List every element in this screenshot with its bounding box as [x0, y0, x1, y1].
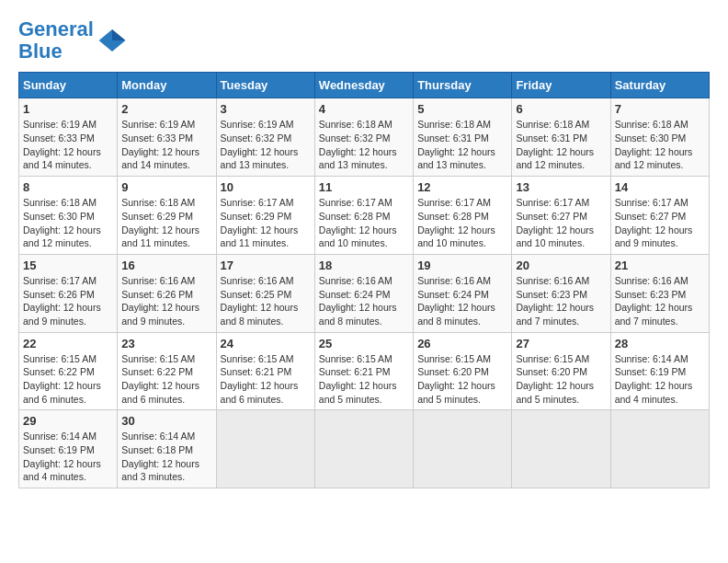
calendar-cell: 27 Sunrise: 6:15 AMSunset: 6:20 PMDaylig… — [512, 332, 610, 410]
week-row: 8 Sunrise: 6:18 AMSunset: 6:30 PMDayligh… — [19, 177, 710, 255]
day-number: 29 — [23, 414, 113, 428]
day-number: 28 — [615, 337, 705, 350]
day-info: Sunrise: 6:18 AMSunset: 6:32 PMDaylight:… — [319, 118, 409, 172]
logo-icon — [97, 26, 127, 55]
day-number: 1 — [23, 102, 113, 116]
calendar-cell — [610, 410, 709, 488]
day-info: Sunrise: 6:16 AMSunset: 6:25 PMDaylight:… — [221, 274, 311, 328]
logo: GeneralBlue — [18, 18, 127, 63]
day-info: Sunrise: 6:15 AMSunset: 6:20 PMDaylight:… — [516, 352, 606, 407]
calendar-cell: 26 Sunrise: 6:15 AMSunset: 6:20 PMDaylig… — [414, 332, 512, 410]
week-row: 29 Sunrise: 6:14 AMSunset: 6:19 PMDaylig… — [19, 410, 710, 488]
column-header-monday: Monday — [118, 73, 216, 98]
calendar-cell: 1 Sunrise: 6:19 AMSunset: 6:33 PMDayligh… — [19, 98, 118, 177]
week-row: 22 Sunrise: 6:15 AMSunset: 6:22 PMDaylig… — [19, 332, 710, 410]
calendar-cell: 30 Sunrise: 6:14 AMSunset: 6:18 PMDaylig… — [118, 410, 216, 488]
calendar-cell: 22 Sunrise: 6:15 AMSunset: 6:22 PMDaylig… — [19, 332, 118, 410]
svg-marker-1 — [112, 29, 125, 40]
day-number: 3 — [221, 102, 311, 116]
day-info: Sunrise: 6:18 AMSunset: 6:30 PMDaylight:… — [23, 196, 113, 250]
calendar-cell: 20 Sunrise: 6:16 AMSunset: 6:23 PMDaylig… — [512, 254, 610, 332]
calendar-cell: 28 Sunrise: 6:14 AMSunset: 6:19 PMDaylig… — [610, 332, 709, 410]
calendar-cell — [512, 410, 610, 488]
logo-text: GeneralBlue — [18, 18, 94, 63]
calendar-table: SundayMondayTuesdayWednesdayThursdayFrid… — [18, 72, 710, 488]
day-number: 4 — [319, 102, 409, 116]
calendar-cell: 29 Sunrise: 6:14 AMSunset: 6:19 PMDaylig… — [19, 410, 118, 488]
day-number: 24 — [221, 337, 311, 350]
calendar-body: 1 Sunrise: 6:19 AMSunset: 6:33 PMDayligh… — [19, 98, 710, 488]
day-info: Sunrise: 6:18 AMSunset: 6:29 PMDaylight:… — [121, 196, 211, 250]
week-row: 15 Sunrise: 6:17 AMSunset: 6:26 PMDaylig… — [19, 254, 710, 332]
day-info: Sunrise: 6:14 AMSunset: 6:19 PMDaylight:… — [23, 430, 113, 484]
day-info: Sunrise: 6:16 AMSunset: 6:24 PMDaylight:… — [319, 274, 409, 328]
day-info: Sunrise: 6:15 AMSunset: 6:21 PMDaylight:… — [319, 352, 409, 407]
day-info: Sunrise: 6:14 AMSunset: 6:19 PMDaylight:… — [615, 352, 705, 407]
calendar-cell: 23 Sunrise: 6:15 AMSunset: 6:22 PMDaylig… — [118, 332, 216, 410]
calendar-cell — [314, 410, 413, 488]
day-info: Sunrise: 6:19 AMSunset: 6:33 PMDaylight:… — [121, 118, 211, 172]
day-info: Sunrise: 6:17 AMSunset: 6:28 PMDaylight:… — [319, 196, 409, 250]
calendar-cell: 3 Sunrise: 6:19 AMSunset: 6:32 PMDayligh… — [216, 98, 314, 177]
day-info: Sunrise: 6:18 AMSunset: 6:30 PMDaylight:… — [615, 118, 705, 172]
day-number: 16 — [121, 259, 211, 272]
day-info: Sunrise: 6:18 AMSunset: 6:31 PMDaylight:… — [516, 118, 606, 172]
day-number: 9 — [121, 180, 211, 194]
calendar-cell: 17 Sunrise: 6:16 AMSunset: 6:25 PMDaylig… — [216, 254, 314, 332]
day-info: Sunrise: 6:19 AMSunset: 6:32 PMDaylight:… — [221, 118, 311, 172]
column-header-sunday: Sunday — [19, 73, 118, 98]
calendar-cell: 24 Sunrise: 6:15 AMSunset: 6:21 PMDaylig… — [216, 332, 314, 410]
calendar-cell: 5 Sunrise: 6:18 AMSunset: 6:31 PMDayligh… — [414, 98, 512, 177]
day-number: 7 — [615, 102, 705, 116]
day-number: 2 — [121, 102, 211, 116]
day-info: Sunrise: 6:16 AMSunset: 6:23 PMDaylight:… — [615, 274, 705, 328]
day-info: Sunrise: 6:15 AMSunset: 6:21 PMDaylight:… — [221, 352, 311, 407]
day-number: 27 — [516, 337, 606, 350]
day-number: 13 — [516, 180, 606, 194]
column-header-tuesday: Tuesday — [216, 73, 314, 98]
column-header-wednesday: Wednesday — [314, 73, 413, 98]
column-header-thursday: Thursday — [414, 73, 512, 98]
day-number: 8 — [23, 180, 113, 194]
calendar-cell: 16 Sunrise: 6:16 AMSunset: 6:26 PMDaylig… — [118, 254, 216, 332]
calendar-cell: 12 Sunrise: 6:17 AMSunset: 6:28 PMDaylig… — [414, 177, 512, 255]
calendar-cell: 2 Sunrise: 6:19 AMSunset: 6:33 PMDayligh… — [118, 98, 216, 177]
column-header-friday: Friday — [512, 73, 610, 98]
day-number: 6 — [516, 102, 606, 116]
column-header-saturday: Saturday — [610, 73, 709, 98]
day-info: Sunrise: 6:15 AMSunset: 6:22 PMDaylight:… — [23, 352, 113, 407]
day-info: Sunrise: 6:18 AMSunset: 6:31 PMDaylight:… — [417, 118, 507, 172]
calendar-cell: 14 Sunrise: 6:17 AMSunset: 6:27 PMDaylig… — [610, 177, 709, 255]
day-number: 19 — [417, 259, 507, 272]
day-info: Sunrise: 6:16 AMSunset: 6:23 PMDaylight:… — [516, 274, 606, 328]
calendar-header-row: SundayMondayTuesdayWednesdayThursdayFrid… — [19, 73, 710, 98]
day-info: Sunrise: 6:15 AMSunset: 6:22 PMDaylight:… — [121, 352, 211, 407]
day-number: 23 — [121, 337, 211, 350]
day-number: 21 — [615, 259, 705, 272]
day-info: Sunrise: 6:16 AMSunset: 6:26 PMDaylight:… — [121, 274, 211, 328]
calendar-cell — [414, 410, 512, 488]
day-number: 26 — [417, 337, 507, 350]
day-info: Sunrise: 6:17 AMSunset: 6:28 PMDaylight:… — [417, 196, 507, 250]
day-number: 17 — [221, 259, 311, 272]
week-row: 1 Sunrise: 6:19 AMSunset: 6:33 PMDayligh… — [19, 98, 710, 177]
calendar-cell: 18 Sunrise: 6:16 AMSunset: 6:24 PMDaylig… — [314, 254, 413, 332]
calendar-cell: 7 Sunrise: 6:18 AMSunset: 6:30 PMDayligh… — [610, 98, 709, 177]
day-info: Sunrise: 6:16 AMSunset: 6:24 PMDaylight:… — [417, 274, 507, 328]
day-number: 18 — [319, 259, 409, 272]
calendar-cell: 25 Sunrise: 6:15 AMSunset: 6:21 PMDaylig… — [314, 332, 413, 410]
day-info: Sunrise: 6:15 AMSunset: 6:20 PMDaylight:… — [417, 352, 507, 407]
day-number: 11 — [319, 180, 409, 194]
calendar-cell: 15 Sunrise: 6:17 AMSunset: 6:26 PMDaylig… — [19, 254, 118, 332]
day-info: Sunrise: 6:19 AMSunset: 6:33 PMDaylight:… — [23, 118, 113, 172]
calendar-cell: 11 Sunrise: 6:17 AMSunset: 6:28 PMDaylig… — [314, 177, 413, 255]
day-number: 25 — [319, 337, 409, 350]
day-number: 15 — [23, 259, 113, 272]
day-number: 14 — [615, 180, 705, 194]
calendar-cell: 6 Sunrise: 6:18 AMSunset: 6:31 PMDayligh… — [512, 98, 610, 177]
calendar-cell: 10 Sunrise: 6:17 AMSunset: 6:29 PMDaylig… — [216, 177, 314, 255]
day-info: Sunrise: 6:17 AMSunset: 6:29 PMDaylight:… — [221, 196, 311, 250]
day-number: 10 — [221, 180, 311, 194]
calendar-cell: 19 Sunrise: 6:16 AMSunset: 6:24 PMDaylig… — [414, 254, 512, 332]
calendar-cell — [216, 410, 314, 488]
